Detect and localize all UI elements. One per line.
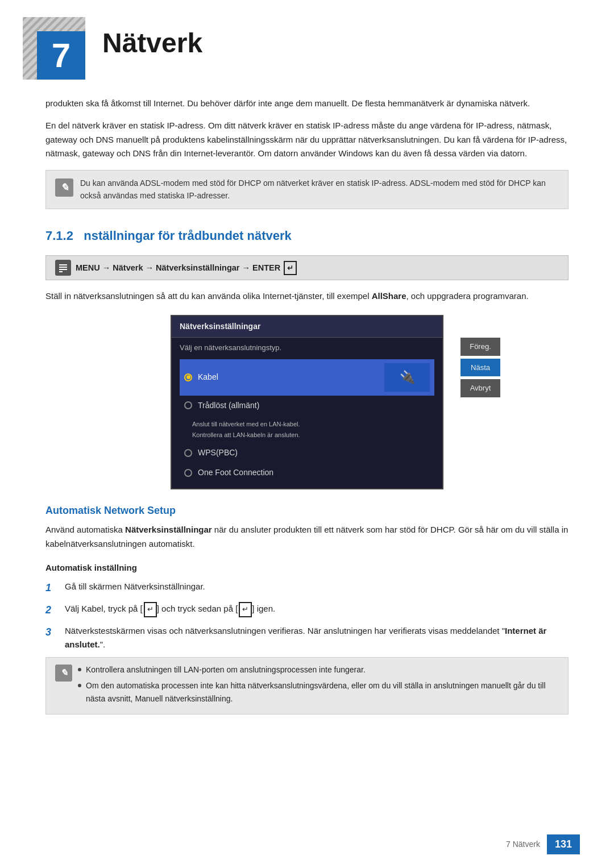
- note-box-1: ✎ Du kan använda ADSL-modem med stöd för…: [45, 170, 569, 209]
- dialog-container: Nätverksinställningar Välj en nätverksan…: [45, 315, 569, 489]
- auto-insts-heading: Automatisk inställning: [45, 562, 569, 575]
- radio-onefoot: [184, 469, 192, 477]
- chapter-number-box: 7: [23, 17, 85, 80]
- step-num-1: 1: [45, 580, 56, 596]
- dialog-wrapper: Nätverksinställningar Välj en nätverksan…: [171, 315, 443, 489]
- menu-nav-text: MENU → Nätverk → Nätverksinställningar →…: [76, 261, 297, 276]
- enter-icon: ↵: [284, 261, 297, 276]
- internet-anslutet: Internet är anslutet.: [65, 626, 546, 649]
- chapter-title: Nätverk: [102, 17, 202, 64]
- step-1: 1 Gå till skärmen Nätverksinställningar.: [45, 580, 569, 596]
- dialog-option-tradlost: Trådlöst (allmänt): [180, 396, 434, 416]
- note-text-1: Du kan använda ADSL-modem med stöd för D…: [80, 177, 559, 202]
- svg-rect-3: [59, 271, 63, 272]
- option-label-tradlost: Trådlöst (allmänt): [198, 400, 259, 412]
- svg-rect-1: [59, 267, 67, 268]
- note-bullets: Kontrollera anslutningen till LAN-porten…: [78, 663, 559, 708]
- next-button[interactable]: Nästa: [460, 359, 500, 377]
- section-body-pre: Ställ in nätverksanslutningen så att du …: [45, 291, 372, 301]
- note-bullet-1: Kontrollera anslutningen till LAN-porten…: [78, 663, 559, 676]
- menu-icon: [55, 260, 71, 276]
- menu-label: MENU: [76, 263, 100, 272]
- intro-para-1: produkten ska få åtkomst till Internet. …: [45, 97, 569, 111]
- note-bullet-2-text: Om den automatiska processen inte kan hi…: [86, 679, 559, 705]
- option-label-wps: WPS(PBC): [198, 447, 238, 459]
- auto-setup-body: Använd automatiska Nätverksinställningar…: [45, 523, 569, 551]
- chapter-number: 7: [37, 31, 85, 80]
- option-label-onefoot: One Foot Connection: [198, 467, 273, 479]
- intro-para-2: En del nätverk kräver en statisk IP-adre…: [45, 119, 569, 161]
- numbered-steps: 1 Gå till skärmen Nätverksinställningar.…: [45, 580, 569, 651]
- bullet-dot-2: [78, 684, 81, 687]
- step-3: 3 Nätverkstestskärmen visas och nätverks…: [45, 624, 569, 651]
- note-icon-1: ✎: [55, 178, 73, 197]
- svg-rect-0: [59, 264, 67, 265]
- svg-rect-2: [59, 269, 67, 270]
- step-1-text: Gå till skärmen Nätverksinställningar.: [65, 580, 205, 593]
- dialog-option-wps: WPS(PBC): [180, 443, 434, 463]
- dialog-option-onefoot: One Foot Connection: [180, 463, 434, 483]
- step-3-text: Nätverkstestskärmen visas och nätverksan…: [65, 624, 569, 651]
- page-footer: 7 Nätverk 131: [506, 834, 580, 854]
- dialog-options: Kabel 🔌 Trådlöst (allmänt) Anslut till n…: [172, 357, 442, 489]
- step-num-3: 3: [45, 624, 56, 641]
- menu-natverksinst: Nätverksinställningar: [156, 263, 239, 272]
- auto-body-pre: Använd automatiska: [45, 525, 125, 534]
- note-bullet-1-text: Kontrollera anslutningen till LAN-porten…: [86, 663, 366, 676]
- cancel-button[interactable]: Avbryt: [460, 379, 500, 397]
- menu-nav-bar: MENU → Nätverk → Nätverksinställningar →…: [45, 255, 569, 280]
- menu-natverk: Nätverk: [113, 263, 143, 272]
- section-body-post: , och uppgradera programvaran.: [406, 291, 529, 301]
- auto-body-bold: Nätverksinställningar: [125, 525, 212, 534]
- dialog-titlebar: Nätverksinställningar: [172, 316, 442, 338]
- step-2-text: Välj Kabel, tryck på [↵] och tryck sedan…: [65, 602, 275, 617]
- note-box-2: ✎ Kontrollera anslutningen till LAN-port…: [45, 657, 569, 715]
- dialog-option-kabel: Kabel 🔌: [180, 359, 434, 396]
- radio-tradlost: [184, 401, 192, 409]
- enter-icon-2b: ↵: [239, 602, 252, 617]
- menu-svg-icon: [58, 263, 68, 273]
- dialog-subtitle: Välj en nätverksanslutningstyp.: [172, 338, 442, 357]
- option-label-kabel: Kabel: [198, 371, 218, 383]
- allshare-text: AllShare: [372, 291, 406, 301]
- radio-kabel: [184, 373, 192, 381]
- cable-image: 🔌: [384, 363, 430, 392]
- radio-wps: [184, 449, 192, 457]
- dialog-hint-line2: Kontrollera att LAN-kabeln är ansluten.: [184, 429, 430, 439]
- section-number: 7.1.2: [45, 229, 73, 243]
- chapter-header: 7 Nätverk: [0, 0, 614, 85]
- step-num-2: 2: [45, 602, 56, 618]
- auto-setup-heading: Automatisk Network Setup: [45, 503, 569, 518]
- step-2: 2 Välj Kabel, tryck på [↵] och tryck sed…: [45, 602, 569, 618]
- page: 7 Nätverk produkten ska få åtkomst till …: [0, 0, 614, 868]
- page-number: 131: [547, 834, 580, 854]
- section-body-text: Ställ in nätverksanslutningen så att du …: [45, 289, 569, 304]
- section-heading: 7.1.2 nställningar för trådbundet nätver…: [45, 226, 569, 248]
- footer-chapter-label: 7 Nätverk: [506, 838, 540, 850]
- dialog-hint-line1: Anslut till nätverket med en LAN-kabel.: [184, 418, 430, 429]
- prev-button[interactable]: Föreg.: [460, 338, 500, 356]
- note-bullet-2: Om den automatiska processen inte kan hi…: [78, 679, 559, 705]
- bullet-dot-1: [78, 668, 81, 671]
- note-icon-2: ✎: [55, 665, 72, 682]
- enter-icon-2a: ↵: [144, 602, 157, 617]
- hint-area: Anslut till nätverket med en LAN-kabel. …: [180, 416, 434, 443]
- menu-enter: ENTER: [252, 263, 280, 272]
- dialog-side-buttons: Föreg. Nästa Avbryt: [460, 338, 500, 397]
- main-content: produkten ska få åtkomst till Internet. …: [0, 97, 614, 754]
- dialog-box: Nätverksinställningar Välj en nätverksan…: [171, 315, 443, 489]
- section-title: nställningar för trådbundet nätverk: [84, 229, 292, 243]
